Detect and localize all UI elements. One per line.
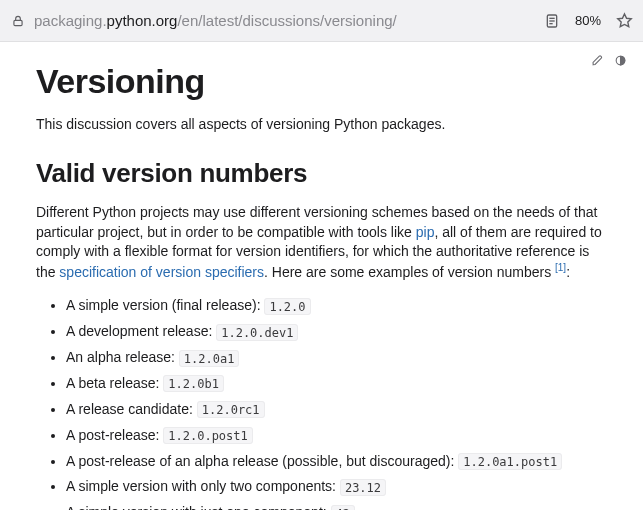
page-content: Versioning This discussion covers all as… — [0, 42, 643, 510]
list-item-label: A post-release of an alpha release (poss… — [66, 453, 458, 469]
svg-rect-0 — [14, 20, 22, 25]
version-code: 42 — [331, 505, 355, 510]
list-item-label: A simple version with only two component… — [66, 478, 340, 494]
version-code: 23.12 — [340, 479, 386, 496]
link-version-spec[interactable]: specification of version specifiers — [59, 264, 264, 280]
version-code: 1.2.0b1 — [163, 375, 224, 392]
url-path: /en/latest/discussions/versioning/ — [177, 12, 396, 29]
list-item: A simple version with just one component… — [66, 503, 607, 510]
theme-toggle-icon[interactable] — [614, 54, 627, 70]
list-item: A beta release: 1.2.0b1 — [66, 374, 607, 393]
list-item: A release candidate: 1.2.0rc1 — [66, 400, 607, 419]
list-item-label: A beta release: — [66, 375, 163, 391]
svg-marker-5 — [617, 14, 630, 27]
list-item: A simple version (final release): 1.2.0 — [66, 296, 607, 315]
intro-paragraph: This discussion covers all aspects of ve… — [36, 115, 607, 134]
reader-mode-icon[interactable] — [543, 12, 561, 30]
url-display[interactable]: packaging.python.org/en/latest/discussio… — [34, 12, 535, 29]
version-code: 1.2.0.dev1 — [216, 324, 298, 341]
edit-icon[interactable] — [591, 54, 604, 70]
list-item: An alpha release: 1.2.0a1 — [66, 348, 607, 367]
section-paragraph: Different Python projects may use differ… — [36, 203, 607, 282]
browser-address-bar: packaging.python.org/en/latest/discussio… — [0, 0, 643, 42]
page-tool-icons — [591, 54, 627, 70]
version-code: 1.2.0rc1 — [197, 401, 265, 418]
bookmark-star-icon[interactable] — [615, 12, 633, 30]
version-code: 1.2.0 — [264, 298, 310, 315]
page-title: Versioning — [36, 62, 607, 101]
list-item-label: A release candidate: — [66, 401, 197, 417]
version-code: 1.2.0a1.post1 — [458, 453, 562, 470]
lock-icon — [10, 13, 26, 29]
list-item: A simple version with only two component… — [66, 477, 607, 496]
link-pip[interactable]: pip — [416, 224, 435, 240]
versions-list: A simple version (final release): 1.2.0A… — [36, 296, 607, 510]
section-heading: Valid version numbers — [36, 158, 607, 189]
para-text: . Here are some examples of version numb… — [264, 264, 555, 280]
list-item-label: A development release: — [66, 323, 216, 339]
list-item: A post-release: 1.2.0.post1 — [66, 426, 607, 445]
list-item-label: A post-release: — [66, 427, 163, 443]
footnote-ref[interactable]: [1] — [555, 262, 566, 273]
list-item-label: A simple version with just one component… — [66, 504, 331, 510]
para-text: : — [566, 264, 570, 280]
list-item-label: An alpha release: — [66, 349, 179, 365]
list-item: A development release: 1.2.0.dev1 — [66, 322, 607, 341]
url-prefix: packaging. — [34, 12, 107, 29]
zoom-level[interactable]: 80% — [569, 11, 607, 30]
version-code: 1.2.0.post1 — [163, 427, 252, 444]
list-item-label: A simple version (final release): — [66, 297, 264, 313]
version-code: 1.2.0a1 — [179, 350, 240, 367]
url-host: python.org — [107, 12, 178, 29]
list-item: A post-release of an alpha release (poss… — [66, 452, 607, 471]
